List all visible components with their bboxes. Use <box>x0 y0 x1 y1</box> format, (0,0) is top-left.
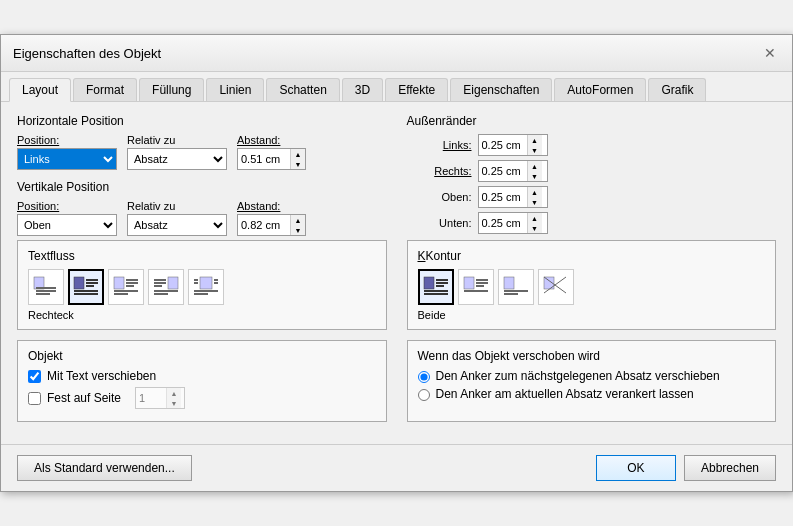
svg-rect-7 <box>86 285 94 287</box>
ok-button[interactable]: OK <box>596 455 676 481</box>
horizontale-label: Horizontale Position <box>17 114 387 128</box>
textfluss-icon-5[interactable] <box>188 269 224 305</box>
textfluss-icon-3[interactable] <box>108 269 144 305</box>
svg-rect-6 <box>86 282 98 284</box>
v-abstand-spinner[interactable]: ▲ ▼ <box>237 214 306 236</box>
kontur-svg-1 <box>422 273 450 301</box>
aussenrander-rechts-spinner[interactable]: ▲ ▼ <box>478 160 548 182</box>
textfluss-icon-2[interactable] <box>68 269 104 305</box>
kontur-icon-1[interactable] <box>418 269 454 305</box>
kontur-icon-3[interactable] <box>498 269 534 305</box>
oben-down[interactable]: ▼ <box>528 197 542 207</box>
v-abstand-down[interactable]: ▼ <box>291 225 305 235</box>
oben-up[interactable]: ▲ <box>528 187 542 197</box>
rechts-up[interactable]: ▲ <box>528 161 542 171</box>
svg-rect-23 <box>194 279 198 281</box>
close-button[interactable]: ✕ <box>760 43 780 63</box>
h-abstand-up[interactable]: ▲ <box>291 149 305 159</box>
checkbox-fest[interactable] <box>28 392 41 405</box>
svg-rect-14 <box>114 290 138 292</box>
h-position-select[interactable]: Links <box>17 148 117 170</box>
h-abstand-input[interactable] <box>238 149 290 169</box>
links-down[interactable]: ▼ <box>528 145 542 155</box>
tab-effekte[interactable]: Effekte <box>385 78 448 101</box>
h-abstand-spinner[interactable]: ▲ ▼ <box>237 148 306 170</box>
fest-up[interactable]: ▲ <box>167 388 181 398</box>
fest-spinner[interactable]: ▲ ▼ <box>135 387 185 409</box>
aussenrander-links-spinner[interactable]: ▲ ▼ <box>478 134 548 156</box>
tab-fullung[interactable]: Füllung <box>139 78 204 101</box>
textfluss-svg-5 <box>192 273 220 301</box>
svg-rect-11 <box>126 279 138 281</box>
radio-anker2-row: Den Anker am aktuellen Absatz verankert … <box>418 387 766 401</box>
v-position-group: Position: Oben <box>17 200 117 236</box>
textfluss-svg-1 <box>32 273 60 301</box>
checkbox-mit-text-row: Mit Text verschieben <box>28 369 376 383</box>
v-abstand-input[interactable] <box>238 215 290 235</box>
textfluss-svg-2 <box>72 273 100 301</box>
svg-rect-35 <box>464 277 474 289</box>
horizontale-section: Horizontale Position Position: Links Rel… <box>17 114 387 170</box>
h-position-label: Position: <box>17 134 117 146</box>
textfluss-icons <box>28 269 376 305</box>
tab-schatten[interactable]: Schatten <box>266 78 339 101</box>
svg-rect-1 <box>36 287 56 289</box>
tab-format[interactable]: Format <box>73 78 137 101</box>
svg-rect-15 <box>114 293 128 295</box>
svg-rect-29 <box>424 277 434 289</box>
position-section: Horizontale Position Position: Links Rel… <box>17 114 387 240</box>
aussenrander-rechts-input[interactable] <box>479 161 527 181</box>
svg-rect-36 <box>476 279 488 281</box>
tab-grafik[interactable]: Grafik <box>648 78 706 101</box>
h-position-group: Position: Links <box>17 134 117 170</box>
horizontale-fields: Position: Links Relativ zu Absatz <box>17 134 387 170</box>
svg-rect-39 <box>464 290 488 292</box>
v-abstand-up[interactable]: ▲ <box>291 215 305 225</box>
svg-rect-41 <box>504 290 528 292</box>
tab-bar: Layout Format Füllung Linien Schatten 3D… <box>1 72 792 102</box>
fest-spinner-input[interactable] <box>136 388 166 408</box>
kontur-label: KKontur <box>418 249 766 263</box>
v-relativ-group: Relativ zu Absatz <box>127 200 227 236</box>
textfluss-svg-3 <box>112 273 140 301</box>
textfluss-icon-1[interactable] <box>28 269 64 305</box>
svg-rect-5 <box>86 279 98 281</box>
aussenrander-oben-spinner[interactable]: ▲ ▼ <box>478 186 548 208</box>
v-position-select[interactable]: Oben <box>17 214 117 236</box>
kontur-icon-4[interactable] <box>538 269 574 305</box>
kontur-icon-2[interactable] <box>458 269 494 305</box>
links-up[interactable]: ▲ <box>528 135 542 145</box>
aussenrander-oben-input[interactable] <box>479 187 527 207</box>
abbrechen-button[interactable]: Abbrechen <box>684 455 776 481</box>
radio-anker-1[interactable] <box>418 371 430 383</box>
ok-cancel-group: OK Abbrechen <box>596 455 776 481</box>
tab-3d[interactable]: 3D <box>342 78 383 101</box>
h-relativ-select[interactable]: Absatz <box>127 148 227 170</box>
fest-down[interactable]: ▼ <box>167 398 181 408</box>
tab-autoformen[interactable]: AutoFormen <box>554 78 646 101</box>
rechts-down[interactable]: ▼ <box>528 171 542 181</box>
verschieben-label: Wenn das Objekt verschoben wird <box>418 349 766 363</box>
vertikale-label: Vertikale Position <box>17 180 387 194</box>
tab-layout[interactable]: Layout <box>9 78 71 102</box>
unten-down[interactable]: ▼ <box>528 223 542 233</box>
standard-button[interactable]: Als Standard verwenden... <box>17 455 192 481</box>
svg-rect-8 <box>74 290 98 292</box>
checkbox-mit-text[interactable] <box>28 370 41 383</box>
unten-up[interactable]: ▲ <box>528 213 542 223</box>
radio-anker-2[interactable] <box>418 389 430 401</box>
svg-rect-20 <box>154 290 178 292</box>
aussenrander-unten-spinner[interactable]: ▲ ▼ <box>478 212 548 234</box>
v-relativ-select[interactable]: Absatz <box>127 214 227 236</box>
kontur-selected-label: Beide <box>418 309 766 321</box>
objekt-label: Objekt <box>28 349 376 363</box>
tab-linien[interactable]: Linien <box>206 78 264 101</box>
aussenrander-unten-input[interactable] <box>479 213 527 233</box>
aussenrander-links-input[interactable] <box>479 135 527 155</box>
tab-eigenschaften[interactable]: Eigenschaften <box>450 78 552 101</box>
kontur-svg-2 <box>462 273 490 301</box>
h-abstand-down[interactable]: ▼ <box>291 159 305 169</box>
h-abstand-spinner-btns: ▲ ▼ <box>290 149 305 169</box>
textfluss-icon-4[interactable] <box>148 269 184 305</box>
svg-rect-19 <box>154 285 162 287</box>
